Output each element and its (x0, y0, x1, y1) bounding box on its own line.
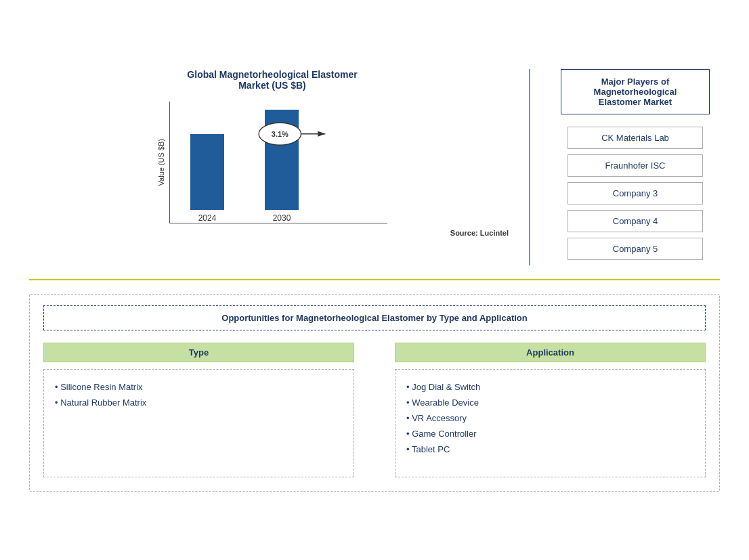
application-body: Jog Dial & Switch Wearable Device VR Acc… (395, 369, 706, 477)
chart-area: Global Magnetorheological Elastomer Mark… (29, 69, 530, 265)
bottom-title: Opportunities for Magnetorheological Ela… (43, 305, 706, 330)
bar-group-2030: 2030 (265, 110, 299, 223)
type-header: Type (43, 343, 354, 362)
chart-title: Global Magnetorheological Elastomer Mark… (187, 69, 357, 91)
player-item-3: Company 3 (568, 182, 703, 204)
bar-label-2024: 2024 (198, 213, 217, 223)
chart-wrapper: Value (US $B) 2024 2030 (157, 102, 387, 223)
players-title-box: Major Players of Magnetorheological Elas… (561, 69, 710, 114)
chart-title-line1: Global Magnetorheological Elastomer (187, 69, 357, 80)
player-item-2: Fraunhofer ISC (568, 154, 703, 177)
application-item-4: Game Controller (406, 426, 694, 441)
page: Global Magnetorheological Elastomer Mark… (16, 49, 733, 512)
player-item-4: Company 4 (568, 210, 703, 232)
bars-container: 2024 2030 3.1% (169, 102, 387, 223)
bar-label-2030: 2030 (273, 213, 291, 223)
bottom-section: Opportunities for Magnetorheological Ela… (29, 294, 720, 492)
chart-inner: 2024 2030 3.1% (169, 102, 387, 223)
application-list: Jog Dial & Switch Wearable Device VR Acc… (406, 379, 694, 457)
application-item-1: Jog Dial & Switch (406, 379, 694, 395)
players-title-line3: Elastomer Market (599, 97, 672, 107)
y-axis-label: Value (US $B) (157, 139, 165, 186)
application-header: Application (395, 343, 706, 362)
player-item-1: CK Materials Lab (568, 127, 703, 149)
bar-2030 (265, 110, 299, 210)
type-list: Silicone Resin Matrix Natural Rubber Mat… (55, 379, 343, 410)
players-title-line1: Major Players of (601, 77, 669, 87)
bar-group-2024: 2024 (190, 134, 224, 223)
players-area: Major Players of Magnetorheological Elas… (530, 69, 720, 265)
top-section: Global Magnetorheological Elastomer Mark… (29, 69, 720, 280)
type-item-2: Natural Rubber Matrix (55, 395, 343, 410)
players-title-line2: Magnetorheological (594, 87, 677, 97)
bottom-columns: Type Silicone Resin Matrix Natural Rubbe… (43, 343, 706, 477)
player-item-5: Company 5 (568, 238, 703, 260)
application-column: Application Jog Dial & Switch Wearable D… (395, 343, 706, 477)
application-item-5: Tablet PC (406, 441, 694, 457)
chart-title-line2: Market (US $B) (238, 80, 306, 91)
bar-2024 (190, 134, 224, 210)
source-text: Source: Lucintel (29, 229, 515, 237)
application-item-2: Wearable Device (406, 395, 694, 410)
type-item-1: Silicone Resin Matrix (55, 379, 343, 395)
type-column: Type Silicone Resin Matrix Natural Rubbe… (43, 343, 354, 477)
type-body: Silicone Resin Matrix Natural Rubber Mat… (43, 369, 354, 477)
application-item-3: VR Accessory (406, 410, 694, 426)
